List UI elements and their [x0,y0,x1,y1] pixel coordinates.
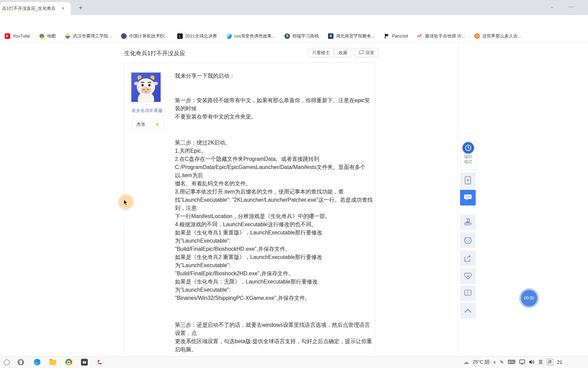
file-explorer-button[interactable] [48,358,57,367]
magic-hat-icon [464,218,472,226]
chrome-icon [65,359,72,366]
author-username[interactable]: 老夫名讳常青藤 [124,108,170,114]
share-arrow-icon [464,255,472,262]
only-author-button[interactable]: 只看楼主 [308,48,334,57]
dark-app-icon [81,359,88,366]
phone-download-icon [464,176,471,184]
maps-pin-icon [39,33,45,39]
card-right-border [375,63,376,355]
bookmark-maps[interactable]: 地图 [39,33,56,39]
bookmark-panzoid[interactable]: Panzoid [384,33,408,39]
bookmark-hbsm[interactable]: A 湖北商贸学院教务... [328,33,375,39]
bookmark-frontend[interactable]: S 前端学习路线 [284,33,319,39]
browser-toolbar: ⟳ tieba.baidu.com/p/7852410552 ★ [0,15,588,29]
school-diamond-icon [65,33,70,39]
assist-mode-icon [462,142,474,154]
weather-text[interactable]: 25°C 阴 [473,359,489,365]
mobile-view-button[interactable] [460,172,476,188]
youtube-icon [5,33,10,39]
dark-app-button[interactable] [80,358,89,367]
post-paragraph: 第一步：安装路径不能带有中文，如果有那么恭喜你，你得重新下。注意在epic安装的… [175,96,373,121]
ime-english-indicator[interactable]: 英 [538,359,543,365]
mouse-cursor [124,199,129,208]
document-app-button[interactable] [95,358,104,367]
task-view-icon [17,359,24,365]
ccf-circle-icon [121,33,127,39]
tray-chevron-icon[interactable]: ∧ [493,360,496,365]
bookmark-css[interactable]: css渐变色调色效果... [226,33,275,39]
system-tray: ☁ 25°C 阴 ∧ ✎ ⌨ 英 拼 21 [463,356,562,368]
post-paragraph: 我来分享一下我的启动： [175,72,373,80]
cat-face-icon [464,236,472,244]
report-button[interactable] [460,286,476,301]
bookmark-ccf[interactable]: 中国计算机技术职... [121,33,168,39]
bookmark-song[interactable]: 这世界那么多人吉... [474,33,521,39]
reply-bubble-icon [359,50,364,55]
like-button[interactable] [460,268,476,284]
avatar[interactable] [131,72,161,102]
shield-a-icon: A [328,33,333,39]
level-star-icon: ★ [155,121,160,127]
report-exclaim-icon [464,290,472,297]
gradient-circle-icon [226,33,232,39]
clock[interactable]: 21 [557,359,562,365]
display-icon[interactable] [519,359,525,365]
cortana-circle-icon [4,359,10,365]
weather-cloud-icon[interactable]: ☁ [463,359,469,365]
chrome-taskbar-button[interactable] [64,358,73,367]
post-paragraph: 第二步：绕过2K启动。 1.关闭Epic。 2.在C盘存在一个隐藏文件夹Prog… [175,139,373,302]
new-tab-button[interactable]: + [76,4,85,13]
chevron-up-icon [464,308,472,313]
back-to-top-button[interactable] [460,303,476,319]
bookmark-guitar-tab[interactable]: 最佳歌手吉他谱 许... [417,33,465,39]
bookmark-youtube[interactable]: YouTube [5,33,30,39]
tab-search-chevron-icon[interactable]: ⌄ [544,1,559,12]
folder-icon [49,360,56,365]
ime-pinyin-indicator[interactable]: 拼 [547,359,553,365]
page-title: 生化奇兵1打不开没反应 [124,49,185,57]
card-top-border [124,63,375,63]
favorite-button[interactable]: 收藏 [334,48,352,57]
post-paragraph: 第三步：还是启动不了的话，就要去windows设置里找语言选项，然后点管理语言设… [175,321,373,354]
content-right-divider [458,43,458,355]
document-app-icon [96,359,103,366]
assist-mode-label: 辅助 模式 [460,154,476,165]
speaker-icon[interactable] [529,359,535,365]
orange-circle-icon [474,33,480,39]
comment-panel-button[interactable] [460,190,476,205]
badge-name: 杰克 [136,121,145,127]
recording-timer-label: 00:00 [521,290,537,306]
post-body: 我来分享一下我的启动： 第一步：安装路径不能带有中文，如果有那么恭喜你，你得重新… [175,72,373,368]
flag-icon [384,33,390,39]
task-view-button[interactable] [16,358,25,367]
tab-title: 兵1打不开没反应_生化奇兵 [2,5,59,12]
tab-strip: 兵1打不开没反应_生化奇兵 × + ⌄ — [0,0,588,15]
frontend-circle-icon: S [284,33,290,39]
lol-icon: L [177,33,183,39]
search-cortana-button[interactable] [2,358,11,367]
keyboard-icon[interactable]: ⌨ [508,359,516,365]
heart-check-icon [464,272,472,280]
edge-taskbar-button[interactable] [33,358,42,367]
tab-close-icon[interactable]: × [59,5,67,12]
assist-mode-button[interactable]: 辅助 模式 [460,140,476,170]
author-badge[interactable]: 杰克 ★ [132,119,164,130]
pen-icon[interactable]: ✎ [500,359,504,365]
minimize-button[interactable]: — [564,1,578,12]
edge-icon [34,359,40,366]
chat-bubble-icon [464,194,472,201]
mascot-button[interactable] [460,232,476,248]
bookmarks-bar: YouTube 地图 武汉华夏理工学院... 中国计算机技术职... L 202… [0,29,588,43]
magic-tools-button[interactable] [460,214,476,230]
share-post-button[interactable] [460,250,476,266]
bookmark-whut[interactable]: 武汉华夏理工学院... [65,33,112,39]
red-chart-icon [417,33,423,39]
recording-timer[interactable]: 00:00 [519,288,539,308]
bookmark-lol[interactable]: L 2021全球总决赛 [177,33,217,39]
reply-button[interactable]: 回复 [355,48,378,57]
browser-tab[interactable]: 兵1打不开没反应_生化奇兵 × [0,2,71,15]
